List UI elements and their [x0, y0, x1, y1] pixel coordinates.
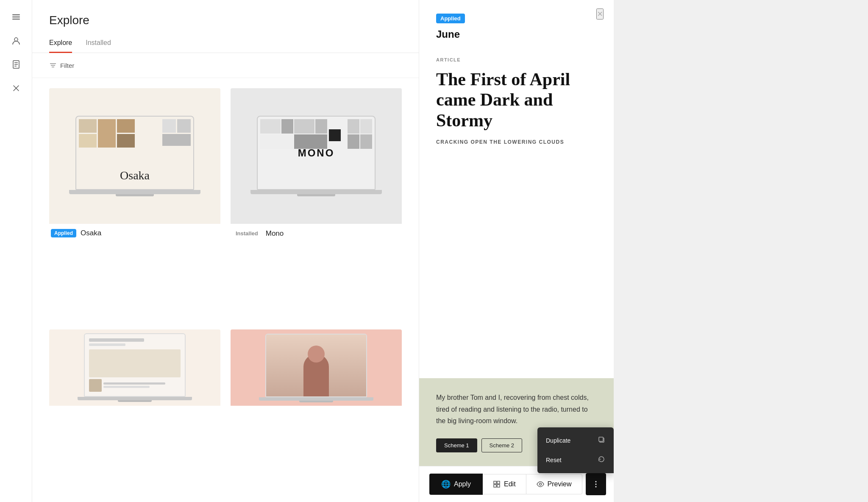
svg-rect-15: [494, 481, 496, 484]
badge-applied-osaka: Applied: [51, 229, 76, 237]
context-menu-duplicate[interactable]: Duplicate: [537, 431, 614, 450]
template-preview-3: [49, 329, 220, 406]
svg-rect-5: [14, 62, 18, 63]
apply-label: Apply: [454, 480, 471, 488]
svg-rect-14: [599, 437, 603, 441]
svg-rect-18: [497, 485, 500, 487]
svg-point-3: [14, 38, 18, 41]
edit-button[interactable]: Edit: [483, 474, 526, 494]
template-preview-4: [231, 329, 402, 406]
page-title: Explore: [49, 14, 402, 27]
right-panel: × Applied June ARTICLE The First of Apri…: [419, 0, 614, 502]
svg-rect-2: [12, 19, 20, 20]
reset-label: Reset: [546, 457, 562, 463]
main-area: Explore Explore Installed Filter: [32, 0, 419, 502]
panel-theme-name: June: [436, 28, 597, 40]
sidebar: [0, 0, 32, 502]
panel-preview-text: My brother Tom and I, recovering from ch…: [436, 392, 597, 427]
preview-icon: [537, 480, 544, 488]
template-name-osaka: Osaka: [81, 229, 101, 237]
reset-icon: [598, 455, 605, 465]
main-header: Explore Explore Installed: [32, 0, 419, 53]
tab-installed[interactable]: Installed: [86, 34, 111, 53]
template-info-3: [49, 406, 220, 416]
filter-bar[interactable]: Filter: [32, 53, 419, 78]
template-info-4: [231, 406, 402, 416]
svg-rect-0: [12, 14, 20, 15]
sidebar-icon-user[interactable]: [6, 31, 26, 51]
more-button[interactable]: [586, 473, 606, 495]
template-preview-mono: MONO: [231, 88, 402, 224]
svg-rect-7: [14, 66, 17, 67]
svg-point-20: [595, 481, 596, 482]
scheme2-button[interactable]: Scheme 2: [481, 438, 523, 452]
svg-rect-6: [14, 64, 18, 65]
sidebar-icon-pages[interactable]: [6, 54, 26, 75]
template-card-mono[interactable]: MONO Installed Mono: [231, 88, 402, 319]
svg-point-19: [539, 483, 541, 485]
template-preview-osaka: Osaka: [49, 88, 220, 224]
svg-rect-1: [12, 17, 20, 17]
scheme1-button[interactable]: Scheme 1: [436, 438, 477, 452]
apply-button[interactable]: 🌐 Apply: [429, 474, 483, 495]
template-card-osaka[interactable]: Osaka Applied Osaka: [49, 88, 220, 319]
panel-article-title: The First of April came Dark and Stormy: [436, 69, 597, 131]
template-info-osaka: Applied Osaka: [49, 224, 220, 243]
edit-icon: [493, 480, 501, 488]
tab-explore[interactable]: Explore: [49, 34, 72, 53]
svg-point-21: [595, 484, 596, 485]
template-name-mono: Mono: [266, 229, 284, 238]
more-dots-icon: [592, 480, 600, 488]
template-card-4[interactable]: [231, 329, 402, 492]
svg-point-22: [595, 486, 596, 488]
badge-installed-mono: Installed: [232, 229, 262, 238]
template-info-mono: Installed Mono: [231, 224, 402, 243]
context-menu: Duplicate Reset: [537, 427, 614, 473]
panel-action-bar: Duplicate Reset: [419, 466, 614, 502]
preview-button[interactable]: Preview: [526, 474, 582, 494]
close-button[interactable]: ×: [596, 8, 604, 20]
preview-label: Preview: [548, 480, 572, 488]
filter-label: Filter: [60, 62, 74, 69]
templates-grid: Osaka Applied Osaka: [32, 78, 419, 502]
duplicate-label: Duplicate: [546, 437, 570, 444]
filter-icon: [49, 61, 57, 69]
svg-rect-16: [497, 481, 500, 484]
tab-bar: Explore Installed: [49, 34, 402, 53]
template-card-3[interactable]: [49, 329, 220, 492]
duplicate-icon: [598, 436, 605, 445]
globe-icon: 🌐: [441, 480, 451, 489]
panel-content: Applied June ARTICLE The First of April …: [419, 0, 614, 378]
svg-rect-17: [494, 485, 496, 487]
panel-article-subtitle: CRACKING OPEN THE LOWERING CLOUDS: [436, 139, 597, 145]
context-menu-reset[interactable]: Reset: [537, 450, 614, 470]
sidebar-icon-menu[interactable]: [6, 7, 26, 27]
edit-label: Edit: [504, 480, 516, 488]
sidebar-icon-tools[interactable]: [6, 78, 26, 98]
panel-applied-badge: Applied: [436, 14, 465, 23]
panel-section-label: ARTICLE: [436, 57, 597, 62]
